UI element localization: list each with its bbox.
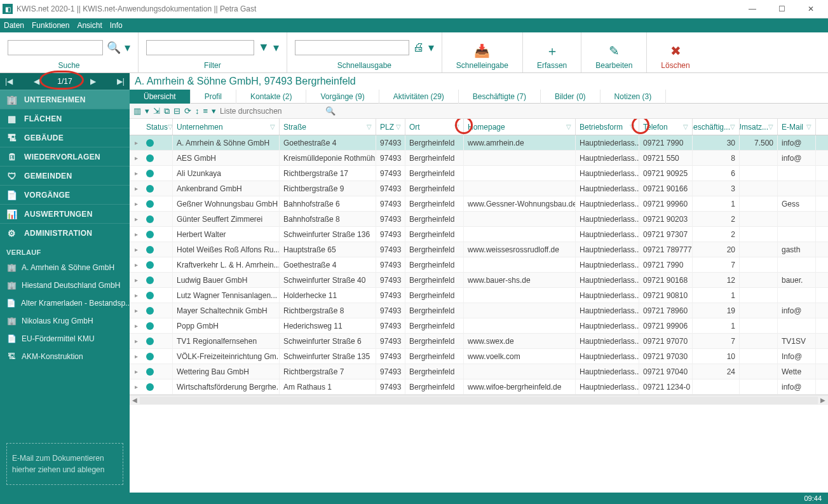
table-row[interactable]: ▸Ankenbrand GmbHRichtbergstraße 997493Be… xyxy=(130,181,828,196)
nav-item-vorgänge[interactable]: 📄VORGÄNGE xyxy=(0,185,130,204)
filter-funnel-icon[interactable]: ▽ xyxy=(683,123,688,130)
table-row[interactable]: ▸Kraftverkehr L. & H. Amrhein...Goethest… xyxy=(130,257,828,273)
quick-output-input[interactable] xyxy=(295,40,409,55)
menu-funktionen[interactable]: Funktionen xyxy=(32,21,69,30)
row-expand-icon[interactable]: ▸ xyxy=(130,337,142,344)
row-expand-icon[interactable]: ▸ xyxy=(130,383,142,390)
table-row[interactable]: ▸Herbert WalterSchweinfurter Straße 1369… xyxy=(130,227,828,242)
filter-input[interactable] xyxy=(146,40,254,55)
quick-output-dropdown-icon[interactable]: ▾ xyxy=(428,41,434,55)
menu-ansicht[interactable]: Ansicht xyxy=(77,21,102,30)
pager-last-button[interactable]: ▶| xyxy=(114,77,127,86)
column-header-email[interactable]: E-Mail▽ xyxy=(778,119,816,135)
column-header-betriebsform[interactable]: Betriebsform▽ xyxy=(576,119,639,135)
grid-search-input[interactable] xyxy=(220,107,322,116)
row-expand-icon[interactable]: ▸ xyxy=(130,261,142,268)
row-expand-icon[interactable]: ▸ xyxy=(130,307,142,314)
nav-item-administration[interactable]: ⚙ADMINISTRATION xyxy=(0,223,130,242)
history-item[interactable]: 🏢Hiestand Deutschland GmbH xyxy=(0,276,130,294)
filter-funnel-icon[interactable]: ▽ xyxy=(396,123,401,130)
column-header-umsatz[interactable]: Umsatz...▽ xyxy=(740,119,778,135)
history-item[interactable]: 🏢A. Amrhein & Söhne GmbH xyxy=(0,259,130,276)
refresh-icon[interactable]: ⟳ xyxy=(184,106,191,116)
row-expand-icon[interactable]: ▸ xyxy=(130,231,142,238)
pager-next-button[interactable]: ▶ xyxy=(88,77,98,86)
row-expand-icon[interactable]: ▸ xyxy=(130,276,142,283)
row-expand-icon[interactable]: ▸ xyxy=(130,185,142,192)
column-header-telefon[interactable]: Telefon▽ xyxy=(639,119,693,135)
print-icon[interactable]: 🖨 xyxy=(413,41,424,54)
clip-icon[interactable]: ⧉ xyxy=(164,106,170,116)
nav-item-unternehmen[interactable]: 🏢UNTERNEHMEN xyxy=(0,90,130,109)
nav-item-gebäude[interactable]: 🏗GEBÄUDE xyxy=(0,128,130,147)
tab-aktivitäten[interactable]: Aktivitäten (29) xyxy=(379,90,459,104)
nav-item-gemeinden[interactable]: 🛡GEMEINDEN xyxy=(0,166,130,185)
nav-item-flächen[interactable]: ▦FLÄCHEN xyxy=(0,109,130,128)
tab-übersicht[interactable]: Übersicht xyxy=(130,90,191,104)
history-item[interactable]: 📄EU-Fördermittel KMU xyxy=(0,330,130,348)
row-expand-icon[interactable]: ▸ xyxy=(130,246,142,253)
table-row[interactable]: ▸Mayer Schaltechnik GmbHRichtbergstraße … xyxy=(130,303,828,318)
collapse-icon[interactable]: ⊟ xyxy=(173,106,180,116)
row-expand-icon[interactable]: ▸ xyxy=(130,215,142,222)
email-dropzone[interactable]: E-Mail zum Dokumentieren hierher ziehen … xyxy=(6,443,123,485)
table-row[interactable]: ▸Wettering Bau GmbHRichtbergstraße 79749… xyxy=(130,364,828,379)
column-header-plz[interactable]: PLZ▽ xyxy=(376,119,405,135)
menu-daten[interactable]: Daten xyxy=(4,21,24,30)
table-row[interactable]: ▸Hotel Weißes Roß Alfons Ru...Hauptstraß… xyxy=(130,242,828,257)
row-expand-icon[interactable]: ▸ xyxy=(130,353,142,360)
tab-beschäftigte[interactable]: Beschäftigte (7) xyxy=(459,90,541,104)
table-row[interactable]: ▸TV1 RegionalfernsehenSchweinfurter Stra… xyxy=(130,334,828,349)
table-row[interactable]: ▸A. Amrhein & Söhne GmbHGoethestraße 497… xyxy=(130,135,828,151)
sort-icon[interactable]: ↕ xyxy=(195,106,200,116)
row-expand-icon[interactable]: ▸ xyxy=(130,368,142,375)
column-header-ort[interactable]: Ort▽ xyxy=(405,119,464,135)
table-row[interactable]: ▸Ali UzunkayaRichtbergstraße 1797493Berg… xyxy=(130,166,828,181)
filter-funnel-icon[interactable]: ▽ xyxy=(730,123,735,130)
filter-funnel-icon[interactable]: ▽ xyxy=(566,123,571,130)
filter-funnel-icon[interactable]: ▽ xyxy=(806,123,811,130)
tab-vorgänge[interactable]: Vorgänge (9) xyxy=(306,90,379,104)
table-row[interactable]: ▸Popp GmbHHederichsweg 1197493Bergrheinf… xyxy=(130,318,828,334)
menu-info[interactable]: Info xyxy=(110,21,123,30)
funnel-icon[interactable]: ▼ xyxy=(258,41,269,54)
filter-funnel-icon[interactable]: ▽ xyxy=(168,123,173,130)
row-expand-icon[interactable]: ▸ xyxy=(130,322,142,329)
window-maximize-button[interactable]: ☐ xyxy=(767,0,796,18)
edit-button[interactable]: ✎ Bearbeiten xyxy=(589,42,639,70)
row-expand-icon[interactable]: ▸ xyxy=(130,200,142,207)
filter-funnel-icon[interactable]: ▽ xyxy=(630,123,635,130)
filter-funnel-icon[interactable]: ▽ xyxy=(367,123,372,130)
history-item[interactable]: 🏗AKM-Konstruktion xyxy=(0,348,130,365)
row-expand-icon[interactable]: ▸ xyxy=(130,154,142,161)
filter-dropdown-icon[interactable]: ▾ xyxy=(273,41,279,55)
search-input[interactable] xyxy=(8,40,103,55)
list-icon[interactable]: ≡ xyxy=(203,106,208,116)
column-header-unternehmen[interactable]: Unternehmen▽ xyxy=(173,119,280,135)
pager-first-button[interactable]: |◀ xyxy=(3,77,15,86)
filter-funnel-icon[interactable]: ▽ xyxy=(270,123,275,130)
export-icon[interactable]: ⇲ xyxy=(153,106,160,116)
tab-notizen[interactable]: Notizen (3) xyxy=(601,90,667,104)
column-header-status[interactable]: Status▽ xyxy=(142,119,173,135)
tab-profil[interactable]: Profil xyxy=(191,90,236,104)
filter-funnel-icon[interactable]: ▽ xyxy=(768,123,773,130)
history-item[interactable]: 🏢Nikolaus Krug GmbH xyxy=(0,312,130,330)
window-close-button[interactable]: ✕ xyxy=(796,0,825,18)
columns-icon[interactable]: ▥ xyxy=(133,106,141,116)
delete-button[interactable]: ✖ Löschen xyxy=(655,42,696,70)
table-row[interactable]: ▸VÖLK-Freizeiteinrichtung Gm...Schweinfu… xyxy=(130,349,828,364)
row-expand-icon[interactable]: ▸ xyxy=(130,292,142,299)
create-button[interactable]: ＋ Erfassen xyxy=(531,42,573,70)
table-row[interactable]: ▸Lutz Wagner Tennisanlagen...Holderhecke… xyxy=(130,288,828,303)
table-row[interactable]: ▸Wirtschaftsförderung Bergrhe...Am Ratha… xyxy=(130,379,828,395)
scroll-right-icon[interactable]: ▶ xyxy=(818,397,828,404)
tab-bilder[interactable]: Bilder (0) xyxy=(541,90,601,104)
filter-funnel-icon[interactable]: ▽ xyxy=(454,123,459,130)
column-header-beschftig[interactable]: Beschäftig...▽ xyxy=(693,119,740,135)
table-row[interactable]: ▸Günter Seuffert ZimmereiBahnhofstraße 8… xyxy=(130,212,828,227)
nav-item-wiedervorlagen[interactable]: 🗓WIEDERVORLAGEN xyxy=(0,147,130,166)
horizontal-scrollbar[interactable]: ◀ ▶ xyxy=(130,395,828,405)
window-minimize-button[interactable]: — xyxy=(738,0,767,18)
grid-search-icon[interactable]: 🔍 xyxy=(325,106,336,116)
